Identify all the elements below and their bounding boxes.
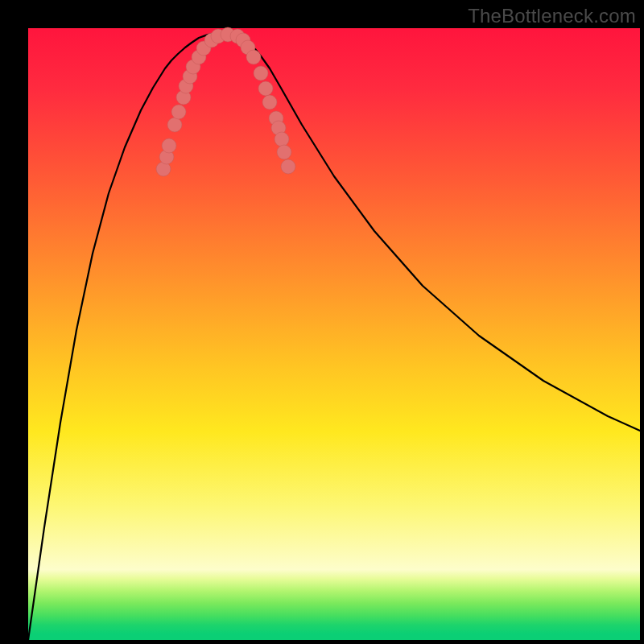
chart-frame: TheBottleneck.com [0, 0, 644, 644]
marker-dot [275, 132, 289, 147]
marker-dot [262, 95, 277, 109]
marker-dot [277, 145, 291, 159]
marker-dot [162, 138, 176, 153]
curve-left-branch [28, 33, 217, 640]
curve-group [28, 33, 640, 640]
plot-area [28, 28, 640, 640]
dots-group [156, 27, 295, 176]
marker-dot [171, 105, 186, 119]
marker-dot [258, 81, 273, 96]
curve-right-branch [229, 33, 640, 431]
marker-dot [167, 118, 182, 132]
marker-dot [246, 50, 261, 64]
marker-dot [281, 159, 295, 174]
curve-svg [28, 28, 640, 640]
watermark-text: TheBottleneck.com [468, 5, 636, 27]
marker-dot [254, 66, 268, 80]
